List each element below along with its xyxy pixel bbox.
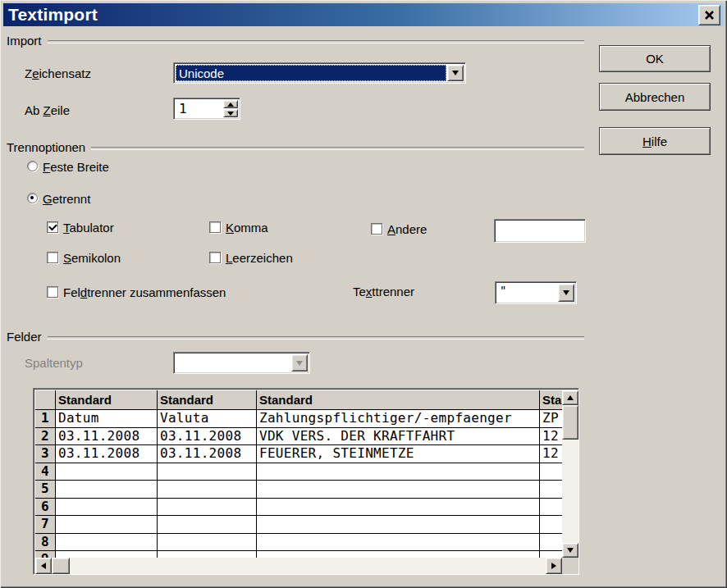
table-cell[interactable] bbox=[257, 463, 540, 481]
column-header[interactable]: Standard bbox=[540, 390, 562, 410]
close-button[interactable] bbox=[698, 5, 720, 25]
charset-combobox[interactable]: Unicode bbox=[173, 62, 466, 84]
table-cell[interactable] bbox=[56, 481, 158, 499]
scroll-up-icon bbox=[567, 395, 574, 400]
charset-selected-value: Unicode bbox=[176, 65, 446, 81]
group-line bbox=[91, 147, 584, 150]
comma-label[interactable]: Komma bbox=[226, 221, 268, 235]
table-cell[interactable]: 03.11.2008 bbox=[158, 445, 257, 463]
separated-label[interactable]: Getrennt bbox=[43, 192, 90, 207]
fixed-width-label[interactable]: Feste Breite bbox=[43, 160, 109, 175]
column-header[interactable]: Standard bbox=[56, 390, 158, 410]
horizontal-scroll-track[interactable] bbox=[70, 558, 546, 574]
scroll-right-button[interactable] bbox=[546, 558, 562, 574]
charset-dropdown-button[interactable] bbox=[447, 65, 464, 81]
table-cell[interactable]: 03.11.2008 bbox=[56, 428, 158, 446]
table-cell[interactable] bbox=[257, 516, 540, 534]
horizontal-scrollbar[interactable] bbox=[35, 558, 562, 574]
other-label[interactable]: Andere bbox=[387, 222, 427, 237]
preview-grid[interactable]: StandardStandardStandardStandard1DatumVa… bbox=[35, 390, 562, 558]
other-separator-input[interactable] bbox=[494, 219, 586, 243]
table-cell[interactable] bbox=[257, 534, 540, 552]
table-cell[interactable] bbox=[540, 499, 562, 517]
table-cell[interactable] bbox=[158, 516, 257, 534]
table-row: 6 bbox=[35, 499, 562, 517]
table-cell[interactable] bbox=[56, 463, 158, 481]
tab-checkbox[interactable] bbox=[47, 221, 58, 233]
table-row: 1DatumValutaZahlungspflichtiger/-empfaen… bbox=[35, 410, 562, 428]
preview-table: StandardStandardStandardStandard1DatumVa… bbox=[33, 388, 579, 575]
column-header[interactable]: Standard bbox=[257, 390, 540, 410]
tab-label[interactable]: Tabulator bbox=[63, 221, 114, 235]
from-row-spinner[interactable]: 1 bbox=[173, 98, 240, 120]
table-cell[interactable] bbox=[158, 534, 257, 552]
table-row: 9 bbox=[35, 551, 562, 558]
scroll-up-button[interactable] bbox=[562, 390, 578, 405]
table-header-row: StandardStandardStandardStandard bbox=[35, 390, 562, 410]
other-checkbox[interactable] bbox=[371, 223, 382, 235]
spin-down-button[interactable] bbox=[223, 109, 238, 117]
vertical-scrollbar[interactable] bbox=[562, 390, 578, 558]
table-cell[interactable] bbox=[158, 463, 257, 481]
table-cell[interactable] bbox=[158, 551, 257, 558]
comma-checkbox[interactable] bbox=[209, 221, 221, 233]
vertical-scroll-thumb[interactable] bbox=[562, 405, 578, 440]
separated-radio[interactable] bbox=[27, 193, 38, 203]
table-cell[interactable] bbox=[56, 534, 158, 552]
fixed-width-radio[interactable] bbox=[27, 161, 38, 171]
vertical-scroll-track[interactable] bbox=[562, 440, 578, 543]
table-cell[interactable] bbox=[540, 516, 562, 534]
row-number: 3 bbox=[35, 445, 56, 463]
table-cell[interactable] bbox=[540, 463, 562, 481]
ok-button[interactable]: OK bbox=[599, 45, 711, 72]
table-cell[interactable] bbox=[257, 551, 540, 558]
scroll-down-button[interactable] bbox=[562, 543, 578, 558]
row-number: 2 bbox=[35, 428, 56, 446]
table-cell[interactable]: ZP bbox=[540, 410, 562, 428]
table-cell[interactable] bbox=[540, 551, 562, 558]
cancel-button[interactable]: Abbrechen bbox=[599, 83, 711, 111]
table-cell[interactable]: 03.11.2008 bbox=[158, 428, 257, 446]
table-cell[interactable] bbox=[257, 481, 540, 499]
table-cell[interactable]: 12 bbox=[540, 445, 562, 463]
column-header[interactable]: Standard bbox=[158, 390, 257, 410]
window-title: Textimport bbox=[8, 5, 98, 25]
import-group-caption: Import bbox=[7, 34, 42, 48]
table-cell[interactable]: Zahlungspflichtiger/-empfaenger bbox=[257, 410, 540, 428]
scroll-left-button[interactable] bbox=[35, 558, 52, 574]
table-cell[interactable]: 03.11.2008 bbox=[56, 445, 158, 463]
table-cell[interactable] bbox=[257, 499, 540, 517]
table-cell[interactable]: 12 bbox=[540, 428, 562, 446]
scrollbar-corner bbox=[562, 558, 578, 574]
merge-delimiters-label[interactable]: Feldtrenner zusammenfassen bbox=[63, 285, 226, 300]
space-label[interactable]: Leerzeichen bbox=[226, 251, 293, 266]
row-number: 4 bbox=[35, 463, 56, 481]
table-cell[interactable] bbox=[56, 499, 158, 517]
table-cell[interactable] bbox=[540, 481, 562, 499]
titlebar[interactable]: Textimport bbox=[3, 3, 724, 26]
table-row: 203.11.200803.11.2008VDK VERS. DER KRAFT… bbox=[35, 428, 562, 446]
group-line bbox=[48, 40, 584, 43]
table-cell[interactable]: VDK VERS. DER KRAFTFAHRT bbox=[257, 428, 540, 446]
horizontal-scroll-thumb[interactable] bbox=[52, 558, 70, 574]
semicolon-checkbox[interactable] bbox=[47, 252, 58, 263]
table-cell[interactable]: FEUERER, STEINMETZE bbox=[257, 445, 540, 463]
help-button[interactable]: Hilfe bbox=[599, 127, 711, 155]
table-cell[interactable]: Valuta bbox=[158, 410, 257, 428]
table-cell[interactable] bbox=[158, 481, 257, 499]
column-type-combobox bbox=[173, 352, 310, 374]
merge-delimiters-checkbox[interactable] bbox=[47, 286, 58, 298]
text-delimiter-combobox[interactable]: " bbox=[495, 281, 577, 304]
table-cell[interactable] bbox=[56, 551, 158, 558]
text-delimiter-dropdown-button[interactable] bbox=[558, 284, 574, 302]
table-cell[interactable] bbox=[158, 499, 257, 517]
table-cell[interactable] bbox=[540, 534, 562, 552]
semicolon-label[interactable]: Semikolon bbox=[63, 251, 121, 266]
row-number: 9 bbox=[35, 551, 56, 558]
table-row: 8 bbox=[35, 534, 562, 552]
table-cell[interactable] bbox=[56, 516, 158, 534]
space-checkbox[interactable] bbox=[209, 252, 221, 263]
table-cell[interactable]: Datum bbox=[56, 410, 158, 428]
spin-up-button[interactable] bbox=[223, 100, 238, 108]
column-type-value bbox=[176, 354, 290, 371]
